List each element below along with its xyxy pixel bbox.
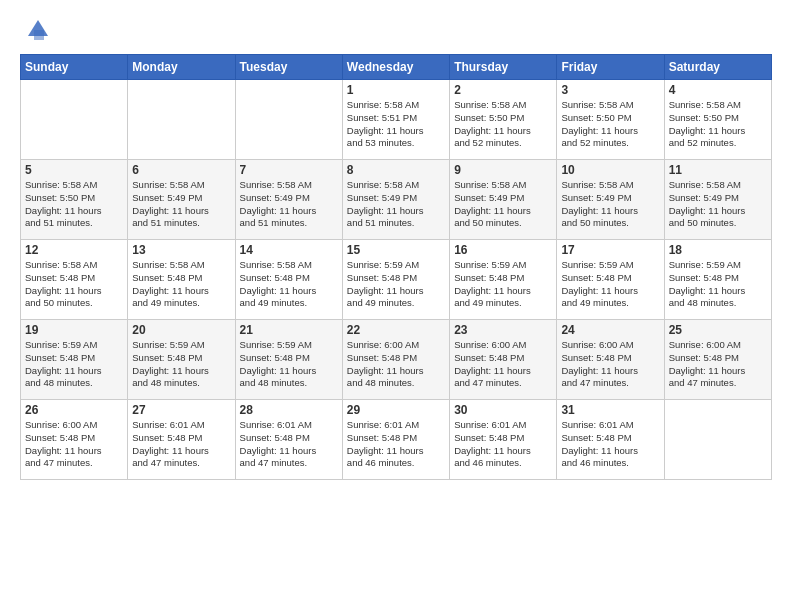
day-info: Sunrise: 6:00 AMSunset: 5:48 PMDaylight:…	[347, 339, 445, 390]
calendar-cell	[128, 80, 235, 160]
day-number: 3	[561, 83, 659, 97]
day-info: Sunrise: 5:58 AMSunset: 5:48 PMDaylight:…	[240, 259, 338, 310]
day-number: 2	[454, 83, 552, 97]
calendar-cell: 28Sunrise: 6:01 AMSunset: 5:48 PMDayligh…	[235, 400, 342, 480]
day-number: 15	[347, 243, 445, 257]
day-info: Sunrise: 5:59 AMSunset: 5:48 PMDaylight:…	[132, 339, 230, 390]
day-info: Sunrise: 5:58 AMSunset: 5:48 PMDaylight:…	[25, 259, 123, 310]
day-number: 29	[347, 403, 445, 417]
day-info: Sunrise: 6:00 AMSunset: 5:48 PMDaylight:…	[25, 419, 123, 470]
day-number: 20	[132, 323, 230, 337]
weekday-header-saturday: Saturday	[664, 55, 771, 80]
day-info: Sunrise: 5:58 AMSunset: 5:50 PMDaylight:…	[561, 99, 659, 150]
weekday-header-friday: Friday	[557, 55, 664, 80]
day-number: 17	[561, 243, 659, 257]
day-info: Sunrise: 5:58 AMSunset: 5:49 PMDaylight:…	[454, 179, 552, 230]
day-number: 25	[669, 323, 767, 337]
svg-marker-1	[34, 30, 44, 40]
day-number: 8	[347, 163, 445, 177]
day-info: Sunrise: 5:59 AMSunset: 5:48 PMDaylight:…	[25, 339, 123, 390]
calendar-week-4: 19Sunrise: 5:59 AMSunset: 5:48 PMDayligh…	[21, 320, 772, 400]
calendar-cell: 23Sunrise: 6:00 AMSunset: 5:48 PMDayligh…	[450, 320, 557, 400]
day-number: 6	[132, 163, 230, 177]
day-number: 5	[25, 163, 123, 177]
calendar-week-1: 1Sunrise: 5:58 AMSunset: 5:51 PMDaylight…	[21, 80, 772, 160]
calendar-cell: 22Sunrise: 6:00 AMSunset: 5:48 PMDayligh…	[342, 320, 449, 400]
day-number: 16	[454, 243, 552, 257]
calendar-cell: 18Sunrise: 5:59 AMSunset: 5:48 PMDayligh…	[664, 240, 771, 320]
calendar-cell: 13Sunrise: 5:58 AMSunset: 5:48 PMDayligh…	[128, 240, 235, 320]
calendar-cell: 20Sunrise: 5:59 AMSunset: 5:48 PMDayligh…	[128, 320, 235, 400]
calendar-cell: 4Sunrise: 5:58 AMSunset: 5:50 PMDaylight…	[664, 80, 771, 160]
page-container: SundayMondayTuesdayWednesdayThursdayFrid…	[0, 0, 792, 490]
calendar-cell: 30Sunrise: 6:01 AMSunset: 5:48 PMDayligh…	[450, 400, 557, 480]
calendar-cell: 26Sunrise: 6:00 AMSunset: 5:48 PMDayligh…	[21, 400, 128, 480]
day-number: 21	[240, 323, 338, 337]
day-number: 11	[669, 163, 767, 177]
day-info: Sunrise: 6:01 AMSunset: 5:48 PMDaylight:…	[454, 419, 552, 470]
day-info: Sunrise: 6:00 AMSunset: 5:48 PMDaylight:…	[669, 339, 767, 390]
day-number: 9	[454, 163, 552, 177]
day-number: 14	[240, 243, 338, 257]
day-info: Sunrise: 6:01 AMSunset: 5:48 PMDaylight:…	[132, 419, 230, 470]
calendar-header: SundayMondayTuesdayWednesdayThursdayFrid…	[21, 55, 772, 80]
weekday-header-wednesday: Wednesday	[342, 55, 449, 80]
day-info: Sunrise: 5:58 AMSunset: 5:48 PMDaylight:…	[132, 259, 230, 310]
day-number: 27	[132, 403, 230, 417]
day-number: 28	[240, 403, 338, 417]
calendar-cell: 27Sunrise: 6:01 AMSunset: 5:48 PMDayligh…	[128, 400, 235, 480]
calendar-table: SundayMondayTuesdayWednesdayThursdayFrid…	[20, 54, 772, 480]
day-info: Sunrise: 5:58 AMSunset: 5:49 PMDaylight:…	[132, 179, 230, 230]
day-info: Sunrise: 6:01 AMSunset: 5:48 PMDaylight:…	[240, 419, 338, 470]
calendar-cell: 31Sunrise: 6:01 AMSunset: 5:48 PMDayligh…	[557, 400, 664, 480]
day-number: 7	[240, 163, 338, 177]
day-number: 13	[132, 243, 230, 257]
calendar-cell: 7Sunrise: 5:58 AMSunset: 5:49 PMDaylight…	[235, 160, 342, 240]
day-info: Sunrise: 6:01 AMSunset: 5:48 PMDaylight:…	[561, 419, 659, 470]
weekday-header-monday: Monday	[128, 55, 235, 80]
weekday-header-row: SundayMondayTuesdayWednesdayThursdayFrid…	[21, 55, 772, 80]
day-number: 22	[347, 323, 445, 337]
calendar-body: 1Sunrise: 5:58 AMSunset: 5:51 PMDaylight…	[21, 80, 772, 480]
logo	[20, 16, 52, 44]
weekday-header-sunday: Sunday	[21, 55, 128, 80]
calendar-cell: 25Sunrise: 6:00 AMSunset: 5:48 PMDayligh…	[664, 320, 771, 400]
calendar-cell: 19Sunrise: 5:59 AMSunset: 5:48 PMDayligh…	[21, 320, 128, 400]
day-info: Sunrise: 6:00 AMSunset: 5:48 PMDaylight:…	[454, 339, 552, 390]
day-info: Sunrise: 5:58 AMSunset: 5:51 PMDaylight:…	[347, 99, 445, 150]
calendar-cell: 10Sunrise: 5:58 AMSunset: 5:49 PMDayligh…	[557, 160, 664, 240]
calendar-cell: 5Sunrise: 5:58 AMSunset: 5:50 PMDaylight…	[21, 160, 128, 240]
calendar-cell: 8Sunrise: 5:58 AMSunset: 5:49 PMDaylight…	[342, 160, 449, 240]
calendar-cell	[235, 80, 342, 160]
calendar-cell: 2Sunrise: 5:58 AMSunset: 5:50 PMDaylight…	[450, 80, 557, 160]
calendar-cell: 1Sunrise: 5:58 AMSunset: 5:51 PMDaylight…	[342, 80, 449, 160]
day-info: Sunrise: 5:59 AMSunset: 5:48 PMDaylight:…	[454, 259, 552, 310]
calendar-cell: 3Sunrise: 5:58 AMSunset: 5:50 PMDaylight…	[557, 80, 664, 160]
calendar-cell: 14Sunrise: 5:58 AMSunset: 5:48 PMDayligh…	[235, 240, 342, 320]
calendar-week-3: 12Sunrise: 5:58 AMSunset: 5:48 PMDayligh…	[21, 240, 772, 320]
header	[20, 16, 772, 44]
calendar-cell	[21, 80, 128, 160]
calendar-cell: 9Sunrise: 5:58 AMSunset: 5:49 PMDaylight…	[450, 160, 557, 240]
day-number: 10	[561, 163, 659, 177]
day-number: 26	[25, 403, 123, 417]
day-info: Sunrise: 5:58 AMSunset: 5:50 PMDaylight:…	[25, 179, 123, 230]
calendar-cell: 24Sunrise: 6:00 AMSunset: 5:48 PMDayligh…	[557, 320, 664, 400]
calendar-week-5: 26Sunrise: 6:00 AMSunset: 5:48 PMDayligh…	[21, 400, 772, 480]
day-info: Sunrise: 5:59 AMSunset: 5:48 PMDaylight:…	[561, 259, 659, 310]
day-number: 18	[669, 243, 767, 257]
day-number: 23	[454, 323, 552, 337]
day-number: 31	[561, 403, 659, 417]
day-number: 4	[669, 83, 767, 97]
weekday-header-tuesday: Tuesday	[235, 55, 342, 80]
day-number: 19	[25, 323, 123, 337]
calendar-cell: 17Sunrise: 5:59 AMSunset: 5:48 PMDayligh…	[557, 240, 664, 320]
day-info: Sunrise: 5:58 AMSunset: 5:49 PMDaylight:…	[240, 179, 338, 230]
day-info: Sunrise: 5:59 AMSunset: 5:48 PMDaylight:…	[240, 339, 338, 390]
day-info: Sunrise: 5:58 AMSunset: 5:50 PMDaylight:…	[454, 99, 552, 150]
calendar-cell: 6Sunrise: 5:58 AMSunset: 5:49 PMDaylight…	[128, 160, 235, 240]
calendar-cell: 11Sunrise: 5:58 AMSunset: 5:49 PMDayligh…	[664, 160, 771, 240]
day-info: Sunrise: 6:01 AMSunset: 5:48 PMDaylight:…	[347, 419, 445, 470]
day-number: 1	[347, 83, 445, 97]
day-info: Sunrise: 5:59 AMSunset: 5:48 PMDaylight:…	[669, 259, 767, 310]
